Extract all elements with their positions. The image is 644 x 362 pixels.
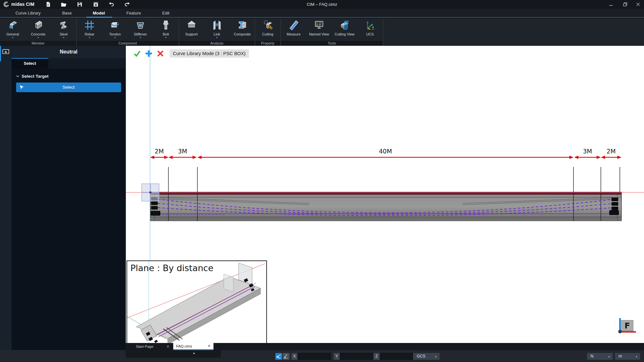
ribbon-group-label: Component bbox=[77, 41, 178, 46]
ribbon-group-label: Tools bbox=[281, 41, 383, 46]
inset-3d-view[interactable]: Plane : By distance bbox=[127, 260, 267, 344]
ribbon-tool-tendon[interactable]: Tendon▼ bbox=[102, 20, 128, 39]
select-button-label: Select bbox=[62, 85, 75, 90]
dimension-label: 40M bbox=[379, 148, 392, 155]
general-icon bbox=[7, 20, 18, 32]
ribbon-tool-support[interactable]: Support bbox=[179, 20, 204, 36]
ribbon-tool-label: Stiffener bbox=[134, 32, 147, 36]
ribbon-tool-link[interactable]: Link▼ bbox=[204, 20, 230, 39]
ribbon-tool-label: Link bbox=[213, 32, 220, 36]
ribbon-tool-concrete[interactable]: Concrete▼ bbox=[25, 20, 51, 39]
document-tab-label: Start Page bbox=[136, 345, 153, 348]
restore-button[interactable] bbox=[620, 0, 630, 8]
dropdown-arrow-icon[interactable]: ▼ bbox=[62, 36, 65, 39]
confirm-icon[interactable] bbox=[134, 50, 141, 57]
panel-tab-row: Select bbox=[12, 58, 126, 69]
force-unit-value: N bbox=[591, 354, 593, 358]
menu-tab-edit[interactable]: Edit bbox=[162, 11, 169, 15]
ribbon-tool-label: Tendon bbox=[109, 32, 121, 36]
ribbon-tool-label: Bolt bbox=[163, 32, 169, 36]
composite-icon bbox=[237, 20, 248, 32]
collapse-strip: ▲ bbox=[126, 350, 221, 358]
ribbon-group-label: Analysis bbox=[179, 41, 254, 46]
stiffener-icon bbox=[135, 20, 146, 32]
add-icon[interactable] bbox=[145, 50, 152, 57]
ribbon-group-property: CuttingProperty bbox=[255, 18, 281, 46]
x-coord-input[interactable] bbox=[298, 353, 331, 360]
close-button[interactable] bbox=[632, 0, 643, 8]
menu-tab-curve-library[interactable]: Curve Library bbox=[15, 11, 41, 15]
y-coord-label: Y bbox=[334, 353, 340, 360]
point-snap-toggle[interactable] bbox=[275, 353, 282, 360]
properties-panel: Neutral Select Select Target Select bbox=[12, 46, 126, 350]
section-posts bbox=[168, 167, 620, 192]
cutting-icon bbox=[262, 20, 273, 32]
dropdown-arrow-icon[interactable]: ▼ bbox=[114, 36, 116, 39]
ribbon-tool-label: Composite bbox=[234, 32, 251, 36]
dropdown-arrow-icon[interactable]: ▼ bbox=[165, 36, 167, 39]
close-tab-icon[interactable]: ✕ bbox=[208, 344, 211, 348]
dropdown-arrow-icon: ▲ bbox=[608, 353, 610, 360]
ribbon-tool-bolt[interactable]: Bolt▼ bbox=[153, 20, 179, 39]
menu-tab-feature[interactable]: Feature bbox=[127, 11, 141, 15]
mode-label: Curve Library Mode (3 : PSC BOX) bbox=[170, 49, 249, 58]
title-bar: midas CIM CIM – FAQ.cimz bbox=[0, 0, 644, 9]
ribbon-tool-label: Measure bbox=[287, 32, 301, 36]
dropdown-arrow-icon[interactable]: ▼ bbox=[89, 36, 91, 39]
rebar-icon bbox=[84, 20, 95, 32]
concrete-icon bbox=[33, 20, 44, 32]
ribbon-tool-label: General bbox=[6, 32, 19, 36]
coordinate-system-dropdown[interactable]: GCS ▲ bbox=[413, 353, 440, 360]
length-unit-dropdown[interactable]: m ▲ bbox=[615, 353, 640, 360]
ribbon-tool-cutting[interactable]: Cutting bbox=[255, 20, 280, 36]
ribbon-tool-steel[interactable]: Steel▼ bbox=[51, 20, 76, 39]
screen-panel-icon[interactable] bbox=[2, 49, 9, 55]
tab-select[interactable]: Select bbox=[12, 58, 48, 69]
ribbon-tool-stiffener[interactable]: Stiffener▼ bbox=[128, 20, 153, 39]
sidebar-accent-bar bbox=[0, 46, 1, 61]
steel-icon bbox=[58, 20, 69, 32]
view-orientation-indicator[interactable]: F bbox=[618, 317, 637, 335]
menu-tab-base[interactable]: Base bbox=[62, 11, 72, 15]
ribbon-tool-general[interactable]: General▼ bbox=[0, 20, 25, 39]
expand-panel-arrow[interactable]: ▲ bbox=[193, 351, 195, 355]
ribbon-group-label: Member bbox=[0, 41, 76, 46]
dropdown-arrow-icon[interactable]: ▼ bbox=[12, 36, 14, 39]
named-view-icon bbox=[314, 20, 325, 32]
select-button[interactable]: Select bbox=[16, 83, 121, 92]
x-axis-bar bbox=[621, 331, 636, 333]
menu-bar: Curve LibraryBaseModelFeatureEdit bbox=[0, 9, 644, 18]
y-coord-input[interactable] bbox=[340, 353, 373, 360]
menu-tab-model[interactable]: Model bbox=[93, 11, 105, 15]
document-tab-faq-cimz[interactable]: FAQ.cimz✕ bbox=[173, 343, 213, 350]
ribbon-tool-label: Steel bbox=[60, 32, 68, 36]
ribbon-group-component: Rebar▼Tendon▼Stiffener▼Bolt▼Component bbox=[77, 18, 179, 46]
ribbon-tool-label: Cutting bbox=[262, 32, 273, 36]
z-coord-input[interactable] bbox=[380, 353, 413, 360]
ribbon-tool-rebar[interactable]: Rebar▼ bbox=[77, 20, 102, 39]
ribbon-group-tools: MeasureNamed ViewCutting ViewUCSTools bbox=[281, 18, 383, 46]
force-unit-dropdown[interactable]: N ▲ bbox=[587, 353, 613, 360]
ribbon-tool-named-view[interactable]: Named View bbox=[307, 20, 332, 36]
ribbon-tool-measure[interactable]: Measure bbox=[281, 20, 307, 36]
ribbon-tool-label: Named View bbox=[309, 32, 329, 36]
document-tab-bar: Start Page✕FAQ.cimz✕ bbox=[126, 343, 644, 350]
dropdown-arrow-icon[interactable]: ▼ bbox=[216, 36, 218, 39]
ribbon-tool-cutting-view[interactable]: Cutting View bbox=[332, 20, 357, 36]
girder-elevation[interactable] bbox=[150, 192, 621, 221]
close-tab-icon[interactable]: ✕ bbox=[166, 345, 169, 349]
cutting-view-icon bbox=[339, 20, 350, 32]
angle-snap-toggle[interactable] bbox=[283, 353, 289, 360]
dropdown-arrow-icon[interactable]: ▼ bbox=[139, 36, 142, 39]
dimension-annotations: 2M3M40M3M2M bbox=[150, 148, 621, 159]
minimize-button[interactable] bbox=[605, 0, 616, 8]
ribbon-tool-composite[interactable]: Composite bbox=[230, 20, 255, 36]
document-tab-start-page[interactable]: Start Page✕ bbox=[133, 343, 172, 350]
front-view-label: F bbox=[621, 320, 633, 331]
select-target-section[interactable]: Select Target bbox=[16, 74, 126, 79]
cancel-icon[interactable] bbox=[157, 50, 164, 57]
sidebar-icon-strip bbox=[0, 46, 12, 350]
ribbon-tool-label: Concrete bbox=[31, 32, 45, 36]
dropdown-arrow-icon[interactable]: ▼ bbox=[37, 36, 39, 39]
ribbon-tool-ucs[interactable]: UCS bbox=[357, 20, 383, 36]
